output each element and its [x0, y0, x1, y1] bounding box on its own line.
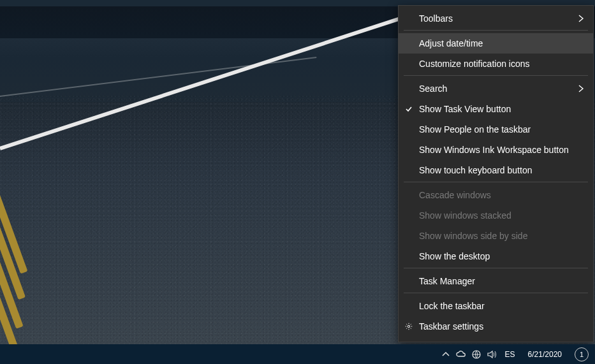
menu-item-show-windows-side-by-side: Show windows side by side — [399, 226, 593, 246]
menu-item-label: Search — [419, 84, 577, 94]
svg-point-0 — [408, 325, 409, 327]
network-icon[interactable] — [471, 349, 482, 360]
chevron-right-icon — [577, 85, 585, 92]
menu-item-customize-notification-icons[interactable]: Customize notification icons — [399, 54, 593, 74]
system-tray: ES 6/21/2020 1 — [440, 347, 592, 361]
menu-item-label: Show Windows Ink Workspace button — [419, 145, 585, 155]
menu-item-show-desktop[interactable]: Show the desktop — [399, 246, 593, 266]
tray-overflow-icon[interactable] — [440, 349, 452, 360]
menu-item-adjust-datetime[interactable]: Adjust date/time — [399, 33, 593, 54]
menu-item-label: Show Task View button — [419, 104, 585, 114]
menu-item-task-manager[interactable]: Task Manager — [399, 271, 593, 291]
menu-item-show-windows-stacked: Show windows stacked — [399, 205, 593, 226]
menu-item-label: Customize notification icons — [419, 59, 585, 69]
menu-item-show-ink-workspace[interactable]: Show Windows Ink Workspace button — [399, 140, 593, 160]
notification-count: 1 — [580, 351, 584, 358]
volume-icon[interactable] — [486, 349, 497, 360]
gear-icon — [404, 323, 414, 330]
menu-item-show-touch-keyboard[interactable]: Show touch keyboard button — [399, 160, 593, 180]
taskbar[interactable]: ES 6/21/2020 1 — [0, 344, 595, 364]
menu-item-label: Lock the taskbar — [419, 301, 585, 311]
menu-item-taskbar-settings[interactable]: Taskbar settings — [399, 316, 593, 337]
menu-item-label: Toolbars — [419, 13, 577, 24]
menu-item-label: Show the desktop — [419, 251, 585, 261]
menu-item-cascade-windows: Cascade windows — [399, 185, 593, 205]
menu-item-lock-taskbar[interactable]: Lock the taskbar — [399, 296, 593, 316]
menu-item-label: Cascade windows — [419, 190, 585, 200]
taskbar-context-menu: Toolbars Adjust date/time Customize noti… — [398, 5, 594, 342]
menu-item-label: Show touch keyboard button — [419, 165, 585, 175]
language-indicator[interactable]: ES — [501, 350, 519, 359]
onedrive-icon[interactable] — [455, 349, 467, 360]
checkmark-icon — [404, 105, 414, 113]
menu-item-label: Show People on the taskbar — [419, 124, 585, 135]
menu-item-search[interactable]: Search — [399, 78, 593, 99]
menu-item-show-people[interactable]: Show People on the taskbar — [399, 119, 593, 140]
chevron-right-icon — [577, 15, 585, 22]
menu-item-toolbars[interactable]: Toolbars — [399, 8, 593, 29]
menu-item-label: Show windows stacked — [419, 210, 585, 221]
menu-item-show-task-view[interactable]: Show Task View button — [399, 99, 593, 119]
menu-item-label: Taskbar settings — [419, 321, 585, 331]
menu-item-label: Show windows side by side — [419, 231, 585, 241]
menu-item-label: Task Manager — [419, 276, 585, 286]
action-center-icon[interactable]: 1 — [575, 347, 589, 361]
taskbar-date[interactable]: 6/21/2020 — [523, 350, 567, 359]
menu-item-label: Adjust date/time — [419, 38, 585, 48]
